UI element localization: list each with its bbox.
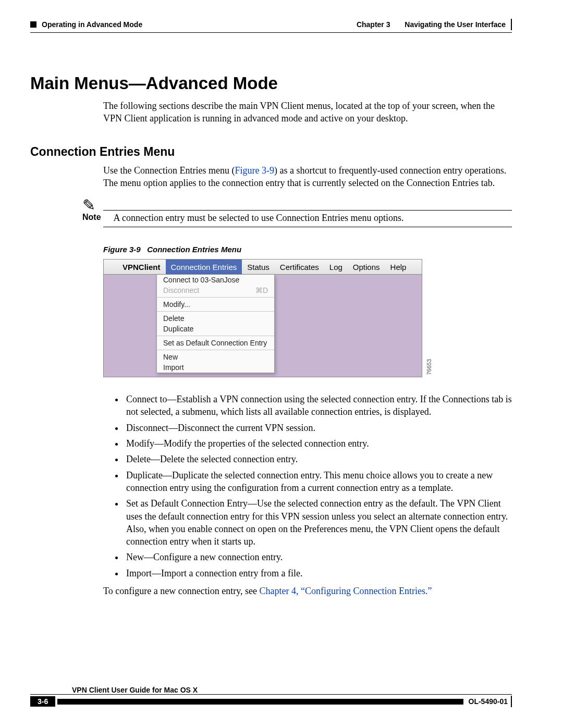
app-menu[interactable]: VPNClient [117,260,166,274]
note-text: A connection entry must be selected to u… [114,213,512,224]
running-header: Operating in Advanced Mode Chapter 3 Nav… [30,19,512,30]
running-footer: VPN Client User Guide for Mac OS X 3-6 O… [30,684,512,707]
header-chapter-num: Chapter 3 [357,20,390,29]
footer-bar [57,699,463,705]
list-item: Connect to—Establish a VPN connection us… [124,393,512,418]
page-title: Main Menus—Advanced Mode [30,73,512,93]
menu-item-delete[interactable]: Delete [157,313,274,324]
menu-connection-entries[interactable]: Connection Entries [166,260,242,274]
list-item: Modify—Modify the properties of the sele… [124,437,512,450]
list-item: Disconnect—Disconnect the current VPN se… [124,422,512,434]
list-item: Duplicate—Duplicate the selected connect… [124,469,512,495]
header-rule [30,32,512,33]
list-item: Delete—Delete the selected connection en… [124,453,512,465]
figure-id: 76653 [426,359,432,375]
figure-caption: Figure 3-9 Connection Entries Menu [103,245,512,254]
menu-item-disconnect: Disconnect ⌘D [157,285,274,295]
figure-caption-num: Figure 3-9 [103,245,141,254]
section-heading: Connection Entries Menu [30,145,512,159]
header-marker [30,21,36,28]
chapter-link[interactable]: Chapter 4, “Configuring Connection Entri… [259,586,432,596]
description-list: Connect to—Establish a VPN connection us… [114,393,512,579]
note-icon: ✎ [82,201,512,210]
list-item: Set as Default Connection Entry—Use the … [124,497,512,548]
menu-log[interactable]: Log [324,260,348,274]
section-paragraph: Use the Connection Entries menu (Figure … [103,164,512,190]
closing-text: To configure a new connection entry, see [103,586,259,596]
section-paragraph-a: Use the Connection Entries menu ( [103,165,235,176]
closing-paragraph: To configure a new connection entry, see… [103,585,512,597]
note-label: Note [82,213,101,222]
menu-item-connect[interactable]: Connect to 03-SanJose [157,275,274,285]
page-number: 3-6 [30,696,55,707]
figure-caption-text: Connection Entries Menu [147,245,241,254]
menu-item-modify[interactable]: Modify... [157,299,274,310]
menu-help[interactable]: Help [385,260,412,274]
apple-menu-icon[interactable] [104,260,117,274]
menu-item-set-default[interactable]: Set as Default Connection Entry [157,338,274,348]
menu-certificates[interactable]: Certificates [275,260,324,274]
header-bar [511,19,512,30]
list-item: Import—Import a connection entry from a … [124,567,512,579]
intro-paragraph: The following sections describe the main… [103,100,512,125]
menu-item-import[interactable]: Import [157,362,274,373]
menu-status[interactable]: Status [242,260,275,274]
figure-reference-link[interactable]: Figure 3-9 [235,165,274,176]
figure-screenshot: VPNClient Connection Entries Status Cert… [103,259,422,377]
connection-entries-dropdown: Connect to 03-SanJose Disconnect ⌘D Modi… [156,275,275,373]
header-chapter-title: Navigating the User Interface [405,20,506,29]
doc-id: OL-5490-01 [469,697,508,706]
list-item: New—Configure a new connection entry. [124,551,512,563]
menubar: VPNClient Connection Entries Status Cert… [104,260,422,274]
note-block: ✎ Note A connection entry must be select… [82,201,512,227]
header-section: Operating in Advanced Mode [42,20,142,29]
footer-end-bar [511,696,512,707]
shortcut-disconnect: ⌘D [255,286,268,294]
menu-item-duplicate[interactable]: Duplicate [157,324,274,334]
footer-guide-title: VPN Client User Guide for Mac OS X [72,686,198,694]
menu-options[interactable]: Options [348,260,385,274]
menu-item-new[interactable]: New [157,352,274,362]
